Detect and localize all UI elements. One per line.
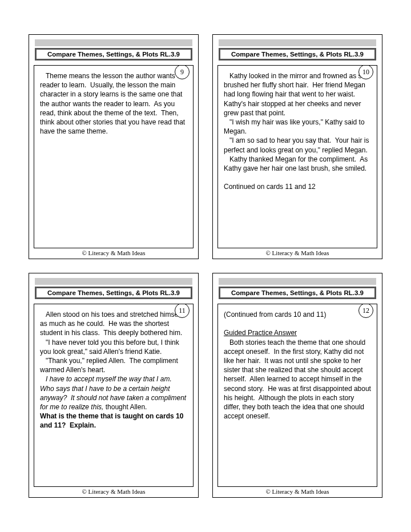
card-body-text: Theme means the lesson the author wants …: [40, 71, 187, 136]
card-title: Compare Themes, Settings, & Plots RL.3.9: [219, 287, 376, 299]
card-body-frame: 12 (Continued from cards 10 and 11) Guid…: [217, 304, 377, 487]
task-card: Compare Themes, Settings, & Plots RL.3.9…: [29, 273, 199, 498]
copyright-footer: © Literacy & Math Ideas: [213, 487, 382, 497]
decorative-bar: [219, 278, 376, 285]
decorative-bar: [219, 39, 376, 46]
card-title: Compare Themes, Settings, & Plots RL.3.9: [35, 287, 192, 299]
decorative-bar: [35, 278, 192, 285]
decorative-bar: [35, 39, 192, 46]
card-body-text: Allen stood on his toes and stretched hi…: [40, 310, 187, 430]
card-number-badge: 10: [358, 65, 373, 79]
card-body-text: Kathy looked in the mirror and frowned a…: [224, 71, 371, 191]
card-title: Compare Themes, Settings, & Plots RL.3.9: [35, 48, 192, 61]
copyright-footer: © Literacy & Math Ideas: [213, 248, 382, 259]
card-body-frame: 11 Allen stood on his toes and stretched…: [34, 304, 194, 487]
task-card: Compare Themes, Settings, & Plots RL.3.9…: [29, 34, 199, 259]
task-card: Compare Themes, Settings, & Plots RL.3.9…: [212, 273, 382, 498]
card-body-frame: 10 Kathy looked in the mirror and frowne…: [217, 65, 377, 248]
card-number-badge: 12: [358, 304, 373, 318]
card-number-badge: 11: [175, 304, 190, 318]
card-body-frame: 9 Theme means the lesson the author want…: [34, 65, 194, 248]
card-number-badge: 9: [175, 65, 190, 79]
card-title: Compare Themes, Settings, & Plots RL.3.9: [219, 48, 376, 61]
task-card: Compare Themes, Settings, & Plots RL.3.9…: [212, 34, 382, 259]
copyright-footer: © Literacy & Math Ideas: [29, 248, 198, 259]
card-body-text: (Continued from cards 10 and 11) Guided …: [224, 310, 371, 421]
copyright-footer: © Literacy & Math Ideas: [29, 487, 198, 497]
page: Compare Themes, Settings, & Plots RL.3.9…: [0, 0, 411, 532]
